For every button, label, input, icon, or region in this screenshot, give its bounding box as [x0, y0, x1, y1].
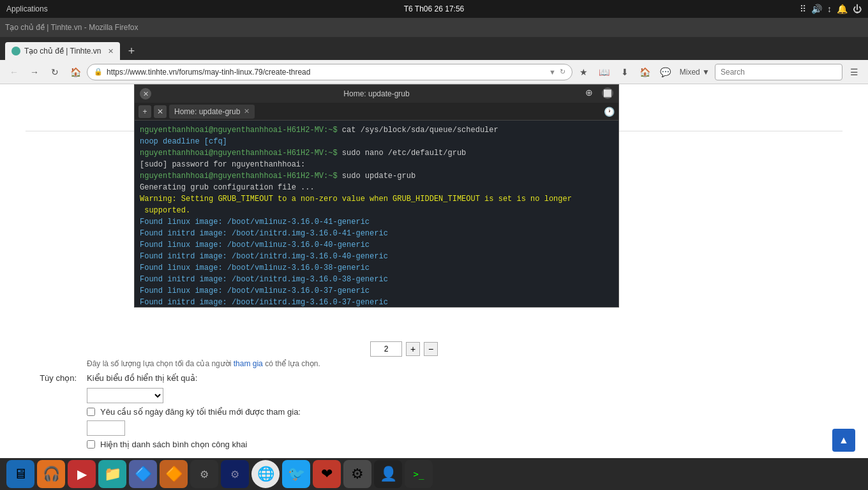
browser-titlebar: Tạo chủ đề | Tinhte.vn - Mozilla Firefox	[0, 18, 868, 37]
menu-button[interactable]: ☰	[845, 63, 863, 81]
browser-content: Tạo chủ đề Kèm ảnh Xem trước... ✕ Home: …	[0, 84, 868, 458]
chart-label: Kiểu biểu đồ hiển thị kết quả:	[87, 373, 197, 383]
search-input[interactable]	[715, 64, 842, 80]
tab-favicon	[11, 47, 20, 56]
taskbar: Applications T6 Th06 26 17:56 ⠿ 🔊 ↕ 🔔 ⏻	[0, 0, 868, 18]
notification-icon[interactable]: 🔔	[837, 4, 848, 14]
terminal-line-2: noop deadline [cfq]	[140, 136, 613, 147]
browser-tabs-bar: Tạo chủ đề | Tinhte.vn ✕ +	[0, 37, 868, 60]
power-icon[interactable]: ⏻	[853, 4, 862, 14]
min-days-input[interactable]	[87, 420, 125, 436]
hint-text: Đây là số lượng lựa chọn tối đa của ngườ…	[87, 359, 842, 368]
dock-headphones[interactable]: 🎧	[37, 460, 65, 488]
dock-twitter[interactable]: 🐦	[282, 460, 310, 488]
terminal-window: ✕ Home: update-grub ⊕ ⬜ + ✕ Home: update…	[134, 84, 619, 308]
grid-icon[interactable]: ⠿	[800, 4, 806, 14]
lock-icon: 🔒	[94, 68, 103, 76]
max-choices-input[interactable]	[370, 341, 402, 357]
new-tab-button[interactable]: +	[123, 42, 140, 60]
min-days-label: Yêu cầu số ngày đăng ký tối thiểu mới đư…	[100, 407, 301, 417]
browser-tab-active[interactable]: Tạo chủ đề | Tinhte.vn ✕	[5, 42, 120, 60]
terminal-line-11: Found initrd image: /boot/initrd.img-3.1…	[140, 251, 613, 262]
terminal-line-6: Generating grub configuration file ...	[140, 182, 613, 193]
browser-title: Tạo chủ đề | Tinhte.vn - Mozilla Firefox	[5, 23, 138, 32]
terminal-tab-close[interactable]: ✕	[244, 107, 250, 115]
terminal-tabs-bar: + ✕ Home: update-grub ✕ 🕐	[135, 103, 618, 121]
terminal-close-tab-button[interactable]: ✕	[154, 105, 167, 118]
form-area: + − Đây là số lượng lựa chọn tối đa của …	[0, 336, 868, 458]
terminal-line-15: Found initrd image: /boot/initrd.img-3.1…	[140, 297, 613, 307]
dock-terminal[interactable]: >_	[405, 460, 433, 488]
terminal-move-icon[interactable]: ⊕	[585, 87, 598, 100]
apps-label: Applications	[6, 4, 48, 13]
terminal-line-7: Warning: Setting GRUB_TIMEOUT to a non-z…	[140, 193, 613, 205]
dock-gnome[interactable]: ⚙	[343, 460, 371, 488]
terminal-tab-active[interactable]: Home: update-grub ✕	[169, 105, 255, 119]
dock-files[interactable]: 📁	[98, 460, 126, 488]
public-vote-checkbox[interactable]	[87, 440, 95, 449]
dock-vmware[interactable]: 🔷	[129, 460, 157, 488]
dock-avatar[interactable]: 👤	[374, 460, 402, 488]
back-button[interactable]: ←	[5, 63, 23, 81]
home-nav-button[interactable]: 🏠	[636, 63, 654, 81]
terminal-line-8: Found linux image: /boot/vmlinuz-3.16.0-…	[140, 216, 613, 228]
terminal-line-4: [sudo] password for nguyenthanhhoai:	[140, 159, 613, 170]
dock-steam2[interactable]: ⚙	[221, 460, 249, 488]
home-button[interactable]: 🏠	[66, 63, 84, 81]
terminal-maximize-button[interactable]: ⬜	[602, 87, 613, 99]
download-button[interactable]: ⬇	[616, 63, 634, 81]
url-bar[interactable]: 🔒 https://www.tinhte.vn/forums/may-tinh-…	[87, 64, 572, 80]
terminal-line-12: Found linux image: /boot/vmlinuz-3.16.0-…	[140, 262, 613, 274]
terminal-history-button[interactable]: 🕐	[604, 107, 615, 117]
terminal-tab-title: Home: update-grub	[174, 107, 240, 116]
taskbar-datetime: T6 Th06 26 17:56	[404, 4, 465, 13]
terminal-window-controls: ✕	[140, 88, 151, 100]
public-vote-label: Hiện thị danh sách bình chọn công khai	[100, 440, 247, 449]
increment-button[interactable]: +	[406, 342, 420, 356]
taskbar-apps-menu[interactable]: Applications	[6, 4, 48, 13]
terminal-new-tab-button[interactable]: +	[138, 105, 151, 118]
dock-redfed[interactable]: ❤	[313, 460, 341, 488]
chart-type-select[interactable]	[87, 388, 163, 403]
terminal-body[interactable]: nguyenthanhhoai@nguyenthanhhoai-H61H2-MV…	[135, 121, 618, 307]
refresh-button[interactable]: ↻	[46, 63, 64, 81]
network-icon[interactable]: ↕	[827, 4, 832, 14]
taskbar-right-icons: ⠿ 🔊 ↕ 🔔 ⏻	[800, 4, 862, 14]
forward-button[interactable]: →	[26, 63, 43, 81]
dock-chrome[interactable]: 🌐	[251, 460, 280, 488]
terminal-line-3: nguyenthanhhoai@nguyenthanhhoai-H61H2-MV…	[140, 147, 613, 159]
min-days-checkbox[interactable]	[87, 408, 95, 416]
reader-button[interactable]: 📖	[595, 63, 613, 81]
min-days-input-container	[26, 420, 842, 436]
terminal-line-5: nguyenthanhhoai@nguyenthanhhoai-H61H2-MV…	[140, 170, 613, 182]
terminal-line-9: Found initrd image: /boot/initrd.img-3.1…	[140, 228, 613, 239]
url-dropdown[interactable]: ▼	[549, 68, 556, 76]
scroll-to-top-button[interactable]: ▲	[832, 429, 855, 452]
dock-media[interactable]: ▶	[68, 460, 96, 488]
terminal-line-14: Found linux image: /boot/vmlinuz-3.16.0-…	[140, 285, 613, 297]
hint-link[interactable]: tham gia	[234, 359, 263, 368]
url-reload[interactable]: ↻	[560, 68, 565, 76]
mixed-label[interactable]: Mixed ▼	[677, 68, 712, 77]
number-row: + −	[26, 341, 842, 357]
chart-dropdown-container	[26, 388, 842, 403]
dock-app1[interactable]: 🔶	[160, 460, 188, 488]
terminal-titlebar: ✕ Home: update-grub ⊕ ⬜	[135, 85, 618, 103]
public-vote-row: Hiện thị danh sách bình chọn công khai	[26, 440, 842, 449]
dock-xfce[interactable]: 🖥	[6, 460, 34, 488]
terminal-line-13: Found initrd image: /boot/initrd.img-3.1…	[140, 274, 613, 285]
bookmark-button[interactable]: ★	[575, 63, 593, 81]
tab-close-button[interactable]: ✕	[108, 47, 114, 56]
decrement-button[interactable]: −	[424, 342, 438, 356]
option-label: Tùy chọn:	[26, 373, 77, 383]
terminal-window-title: Home: update-grub	[343, 89, 409, 98]
terminal-line-7b: supported.	[140, 205, 613, 216]
terminal-right-controls: ⊕ ⬜	[585, 87, 613, 100]
min-days-row: Yêu cầu số ngày đăng ký tối thiểu mới đư…	[26, 407, 842, 417]
dock-steam1[interactable]: ⚙	[190, 460, 218, 488]
taskbar-dock: 🖥 🎧 ▶ 📁 🔷 🔶 ⚙ ⚙ 🌐 🐦 ❤ ⚙ 👤 >_	[0, 458, 868, 490]
terminal-close-button[interactable]: ✕	[140, 88, 151, 100]
volume-icon[interactable]: 🔊	[811, 4, 822, 14]
url-text: https://www.tinhte.vn/forums/may-tinh-li…	[107, 68, 310, 77]
chat-button[interactable]: 💬	[657, 63, 675, 81]
